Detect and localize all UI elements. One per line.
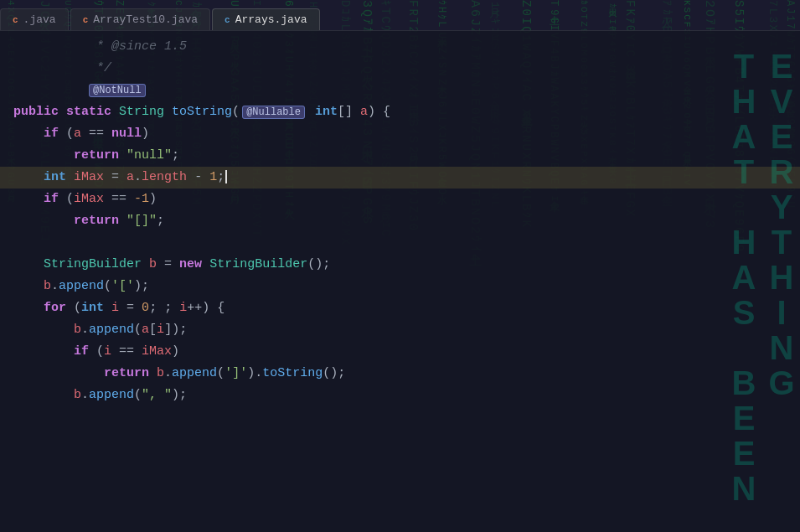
kw-int2: int xyxy=(44,170,66,184)
str-comma: ", " xyxy=(142,388,172,402)
kw-int3: int xyxy=(81,301,104,315)
code-block: * @since 1.5 */ @NotNull public static S… xyxy=(0,31,800,411)
line-content-12: b.append('['); xyxy=(7,276,149,297)
ide-container: c .java c ArrayTest10.java c Arrays.java… xyxy=(0,0,800,532)
code-line-1: * @since 1.5 xyxy=(0,36,800,58)
var-b4: b xyxy=(157,366,164,380)
line-content-13: for (int i = 0; ; i++) { xyxy=(7,297,225,319)
kw-return2: return xyxy=(74,214,119,228)
type-string: String xyxy=(119,105,164,119)
tab-arraytest[interactable]: c ArrayTest10.java xyxy=(70,8,210,30)
code-line-16: return b.append(']').toString(); xyxy=(0,363,800,385)
str-bracket-open: '[' xyxy=(111,279,134,293)
code-line-8: if (iMax == -1) xyxy=(0,189,800,210)
code-line-17: b.append(", "); xyxy=(0,385,800,406)
line-content-5: if (a == null) xyxy=(7,123,149,145)
fn-append2: append xyxy=(89,323,134,337)
editor-area[interactable]: * @since 1.5 */ @NotNull public static S… xyxy=(0,30,800,532)
num-neg1: -1 xyxy=(134,192,149,206)
nullable-badge: @Nullable xyxy=(242,106,305,119)
tab-java[interactable]: c .java xyxy=(0,8,69,30)
var-i2: i xyxy=(179,301,187,315)
var-i4: i xyxy=(104,344,111,359)
var-i3: i xyxy=(157,323,164,337)
kw-null: null xyxy=(111,127,142,141)
kw-if1: if xyxy=(44,127,59,141)
code-line-12: b.append('['); xyxy=(0,276,800,297)
field-length: length xyxy=(142,170,187,184)
var-b2: b xyxy=(44,279,51,293)
arraytest-icon: c xyxy=(83,15,89,25)
line-content-14: b.append(a[i]); xyxy=(7,319,187,341)
code-line-9: return "[]"; xyxy=(0,210,800,232)
var-imax: iMax xyxy=(74,170,104,184)
kw-static: static xyxy=(66,105,111,119)
tab-java-label: .java xyxy=(23,13,56,26)
var-a4: a xyxy=(142,323,149,337)
text-cursor xyxy=(225,170,227,183)
code-line-15: if (i == iMax) xyxy=(0,341,800,363)
code-line-6: return "null"; xyxy=(0,145,800,167)
var-a: a xyxy=(360,105,368,119)
fn-tostring2: toString xyxy=(262,366,323,380)
kw-return1: return xyxy=(74,148,119,163)
fn-append3: append xyxy=(172,366,217,380)
var-a3: a xyxy=(126,170,134,184)
str-empty-arr: "[]" xyxy=(126,214,157,228)
line-content-7: int iMax = a.length - 1; xyxy=(7,167,227,189)
code-line-3: @NotNull xyxy=(0,80,800,101)
code-line-5: if (a == null) xyxy=(0,123,800,145)
line-content-11: StringBuilder b = new StringBuilder(); xyxy=(7,254,330,276)
arrays-icon: c xyxy=(225,15,230,25)
kw-if3: if xyxy=(74,344,89,359)
type-sb: StringBuilder xyxy=(44,257,142,271)
line-content-4: public static String toString(@Nullable … xyxy=(7,101,390,123)
line-content-15: if (i == iMax) xyxy=(7,341,179,363)
tab-arraytest-label: ArrayTest10.java xyxy=(93,13,198,26)
var-imax2: iMax xyxy=(74,192,104,206)
type-sb2: StringBuilder xyxy=(209,257,307,271)
tab-arrays[interactable]: c Arrays.java xyxy=(212,8,319,30)
line-content-6: return "null"; xyxy=(7,145,179,167)
line-content-8: if (iMax == -1) xyxy=(7,189,157,210)
kw-int: int xyxy=(315,105,338,119)
code-line-10 xyxy=(0,232,800,254)
num-0: 0 xyxy=(142,301,149,315)
var-b3: b xyxy=(74,323,81,337)
fn-tostring: toString xyxy=(172,105,232,119)
kw-if2: if xyxy=(44,192,59,206)
code-line-4: public static String toString(@Nullable … xyxy=(0,101,800,123)
code-line-13: for (int i = 0; ; i++) { xyxy=(0,297,800,319)
code-line-7: int iMax = a.length - 1; xyxy=(0,167,800,189)
code-line-11: StringBuilder b = new StringBuilder(); xyxy=(0,254,800,276)
var-a2: a xyxy=(74,127,81,141)
tab-arrays-label: Arrays.java xyxy=(235,13,307,26)
str-null: "null" xyxy=(126,148,172,163)
notnull-badge: @NotNull xyxy=(89,84,146,97)
str-bracket-close: ']' xyxy=(225,366,247,380)
line-content-10 xyxy=(7,232,21,254)
line-content-9: return "[]"; xyxy=(7,210,164,232)
fn-append1: append xyxy=(59,279,104,293)
num-1: 1 xyxy=(209,170,217,184)
var-imax3: iMax xyxy=(142,344,172,359)
kw-for: for xyxy=(44,301,66,315)
kw-public: public xyxy=(13,105,59,119)
var-i: i xyxy=(111,301,119,315)
kw-return3: return xyxy=(104,366,149,380)
fn-append4: append xyxy=(89,388,134,402)
var-b: b xyxy=(149,257,157,271)
java-icon: c xyxy=(13,15,18,25)
line-content-16: return b.append(']').toString(); xyxy=(7,363,345,385)
line-content-17: b.append(", "); xyxy=(7,385,187,406)
kw-new1: new xyxy=(179,257,202,271)
var-b5: b xyxy=(74,388,81,402)
code-line-14: b.append(a[i]); xyxy=(0,319,800,341)
tab-bar: c .java c ArrayTest10.java c Arrays.java xyxy=(0,0,800,30)
